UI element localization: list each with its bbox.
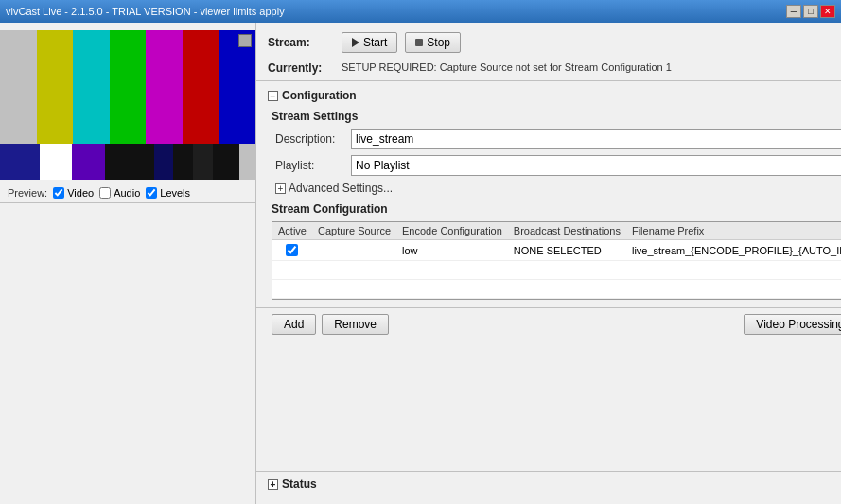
stream-settings-title: Stream Settings [272,110,841,123]
audio-checkbox-item: Audio [99,187,140,199]
stop-square [415,39,423,46]
preview-label: Preview: [8,187,47,199]
stop-button[interactable]: Stop [405,32,461,53]
configuration-header: − Configuration [268,89,841,102]
col-filename: Filename Prefix [626,222,841,240]
add-button[interactable]: Add [272,314,316,335]
left-panel: Preview: Video Audio Levels [0,23,256,504]
bottom-bar-3 [72,144,105,180]
bottom-bar-corner [239,144,255,180]
bottom-bar-1 [0,144,40,180]
title-bar: vivCast Live - 2.1.5.0 - TRIAL VERSION -… [0,0,841,23]
empty-row-2 [272,280,841,299]
audio-label: Audio [114,187,140,199]
stream-buttons-row: Stream: Start Stop [268,32,672,53]
description-input[interactable] [351,129,841,149]
color-bar-red [183,30,219,144]
expand-status-icon[interactable]: + [268,479,278,490]
stream-config-section: Stream Configuration Active Capture Sour… [268,202,841,300]
description-row: Description: Prompt: [275,129,841,149]
stream-controls: Stream: Start Stop Currently: SETUP REQU… [256,23,841,81]
levels-checkbox-item: Levels [146,187,190,199]
preview-area [0,30,255,180]
video-processing-button[interactable]: Video Processing Options [744,314,841,335]
bottom-left-buttons: Add Remove [272,314,389,335]
video-label: Video [67,187,94,199]
description-label: Description: [275,132,351,146]
status-title: Status [282,478,317,491]
bottom-bar-6 [173,144,193,180]
start-button[interactable]: Start [342,32,397,53]
col-active: Active [272,222,312,240]
stop-label: Stop [427,36,450,49]
color-bar-cyan [73,30,110,144]
currently-row: Currently: SETUP REQUIRED: Capture Sourc… [268,61,672,75]
video-checkbox-item: Video [53,187,94,199]
minimize-button[interactable]: ─ [786,5,801,18]
levels-checkbox[interactable] [146,187,157,199]
config-table-header-row: Active Capture Source Encode Configurati… [272,222,841,240]
empty-row-1 [272,261,841,280]
bottom-bar-2 [40,144,73,180]
maximize-button[interactable]: □ [803,5,818,18]
active-checkbox-cell [278,244,307,256]
color-bar-yellow [37,30,74,144]
audio-checkbox[interactable] [99,187,111,199]
preview-controls: Preview: Video Audio Levels [0,183,255,203]
play-triangle [352,38,359,47]
config-section: − Configuration Stream Settings Descript… [256,81,841,471]
preview-icon [238,34,252,47]
bottom-bar-controls: Add Remove Video Processing Options [256,307,841,340]
config-table-body: low NONE SELECTED live_stream_{ENCODE_PR… [272,240,841,299]
status-header: + Status [268,478,841,491]
bottom-bar-4 [105,144,154,180]
config-table-head: Active Capture Source Encode Configurati… [272,222,841,240]
main-window: Preview: Video Audio Levels Stream: [0,23,841,504]
row-active-checkbox[interactable] [286,244,298,256]
row-active-cell [272,240,312,261]
bottom-bar-7 [193,144,213,180]
config-table-wrapper: Active Capture Source Encode Configurati… [272,221,841,300]
col-capture: Capture Source [312,222,396,240]
stream-config-title: Stream Configuration [272,202,841,216]
window-controls: ─ □ ✕ [786,5,835,18]
playlist-label: Playlist: [275,159,351,172]
levels-label: Levels [160,187,190,199]
color-bar-blue [219,30,255,144]
row-broadcast-cell: NONE SELECTED [508,240,626,261]
row-filename-cell: live_stream_{ENCODE_PROFILE}_{AUTO_INCRE… [626,240,841,261]
config-table: Active Capture Source Encode Configurati… [272,222,841,299]
status-section: + Status [256,471,841,504]
configuration-title: Configuration [282,89,357,102]
start-label: Start [363,36,387,49]
color-bars [0,30,255,144]
playlist-row: Playlist: ▾ … [275,155,841,176]
col-encode: Encode Configuration [396,222,508,240]
row-capture-cell [312,240,396,261]
playlist-input[interactable] [351,155,841,176]
currently-label: Currently: [268,61,334,75]
row-encode-cell: low [396,240,508,261]
color-bar-magenta [146,30,183,144]
collapse-config-icon[interactable]: − [268,91,278,101]
color-bar-green [110,30,147,144]
window-title: vivCast Live - 2.1.5.0 - TRIAL VERSION -… [6,6,285,17]
stream-info-rows: Stream: Start Stop Currently: SETUP REQU… [268,32,672,75]
bottom-bars [0,144,255,180]
bottom-bar-8 [213,144,239,180]
close-button[interactable]: ✕ [820,5,835,18]
plus-icon[interactable]: + [275,183,286,194]
bottom-bar-5 [154,144,174,180]
remove-button[interactable]: Remove [322,314,389,335]
col-broadcast: Broadcast Destinations [508,222,626,240]
currently-text: SETUP REQUIRED: Capture Source not set f… [342,61,672,75]
color-bar-white [0,30,37,144]
right-panel: Stream: Start Stop Currently: SETUP REQU… [256,23,841,504]
table-row[interactable]: low NONE SELECTED live_stream_{ENCODE_PR… [272,240,841,261]
advanced-link-text: Advanced Settings... [289,182,393,195]
video-checkbox[interactable] [53,187,64,199]
advanced-settings-link[interactable]: + Advanced Settings... [275,182,841,195]
stream-label: Stream: [268,36,334,49]
playlist-input-group: ▾ … [351,155,841,176]
